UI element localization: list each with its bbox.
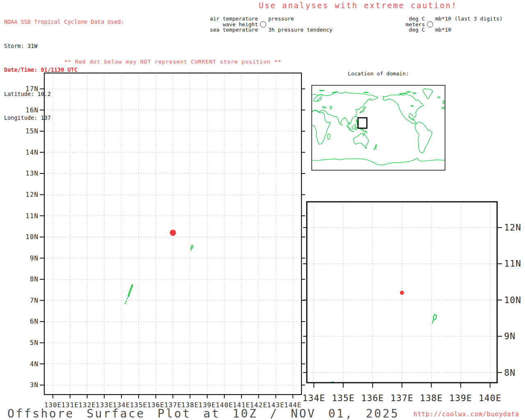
coastline — [317, 98, 322, 102]
palau-tail-coastline — [127, 298, 128, 299]
coastline — [411, 105, 413, 106]
coastline — [360, 107, 365, 113]
zoom-map-y-tick-label: 11N — [504, 258, 521, 269]
coastline — [322, 107, 326, 109]
zoom-map-x-tick-label: 138E — [420, 393, 443, 403]
main-map-y-tick-label: 13N — [25, 169, 39, 177]
coastline — [356, 116, 357, 117]
main-map-y-tick-label: 4N — [30, 360, 39, 368]
zoom-map-axes: 134E135E136E137E138E139E140E8N9N10N11N12… — [302, 222, 521, 403]
yap-coastline — [191, 245, 193, 251]
storm-dot-main-map — [170, 230, 176, 236]
coastline — [415, 122, 432, 153]
main-map-y-tick-label: 15N — [25, 127, 39, 135]
palau-islet-1-coastline — [126, 301, 126, 302]
palau-islet-2-coastline — [125, 303, 126, 304]
coastline — [399, 94, 403, 94]
coastline — [332, 92, 337, 93]
coastline — [347, 125, 351, 131]
coastline — [374, 144, 377, 150]
coastline — [363, 92, 369, 93]
coastline — [351, 130, 354, 131]
coastline — [443, 100, 445, 104]
main-map-y-tick-label: 12N — [25, 191, 39, 199]
zoom-map-x-tick-label: 140E — [479, 393, 502, 403]
palau-tail-coastline — [324, 404, 325, 406]
main-map-y-tick-label: 5N — [30, 339, 39, 347]
coastline — [352, 124, 356, 129]
zoom-map-y-tick-label: 12N — [504, 222, 521, 233]
main-map-y-tick-label: 10N — [25, 233, 39, 241]
coastline — [328, 134, 330, 139]
zoom-map-y-tick-label: 10N — [504, 295, 521, 305]
main-map: 130E131E132E133E134E135E136E137E138E139E… — [25, 73, 305, 409]
coastline — [360, 128, 367, 132]
main-map-axes: 130E131E132E133E134E135E136E137E138E139E… — [25, 85, 305, 409]
page-title: Offshore Surface Plot at 10Z / NOV 01, 2… — [7, 407, 399, 420]
coastline — [330, 106, 332, 110]
main-map-y-tick-label: 16N — [25, 106, 39, 114]
coastline — [356, 127, 358, 130]
palau-babeldaob-coastline — [128, 285, 133, 297]
world-map-frame — [312, 85, 445, 170]
coastline — [423, 89, 433, 99]
coastline — [438, 97, 440, 98]
world-locator-map — [312, 85, 445, 170]
zoom-map-x-tick-label: 139E — [449, 393, 472, 403]
zoom-map: 134E135E136E137E138E139E140E8N9N10N11N12… — [302, 202, 521, 415]
domain-box — [358, 118, 367, 128]
main-map-y-tick-label: 8N — [30, 275, 39, 283]
world-coastlines — [312, 89, 445, 165]
main-map-y-tick-label: 17N — [25, 85, 39, 93]
zoom-map-y-tick-label: 8N — [504, 368, 516, 378]
coastline — [312, 158, 445, 165]
coastline — [365, 147, 367, 149]
zoom-map-x-tick-label: 136E — [361, 393, 384, 403]
storm-dot-zoom-map — [400, 291, 404, 295]
main-map-y-tick-label: 6N — [30, 317, 39, 325]
main-map-y-tick-label: 11N — [25, 212, 39, 220]
coastline — [413, 92, 416, 94]
source-url: http://coolwx.com/buoydata — [413, 411, 519, 418]
zoom-map-x-tick-label: 137E — [390, 393, 413, 403]
main-map-islands — [125, 245, 193, 304]
maps-canvas: 130E131E132E133E134E135E136E137E138E139E… — [0, 0, 525, 420]
coastline — [409, 117, 411, 118]
main-map-y-tick-label: 14N — [25, 148, 39, 156]
main-map-y-tick-label: 7N — [30, 297, 39, 304]
zoom-map-x-tick-label: 135E — [332, 393, 355, 403]
coastline — [412, 119, 414, 119]
zoom-map-x-tick-label: 134E — [302, 393, 325, 403]
zoom-map-y-tick-label: 9N — [504, 331, 516, 341]
main-map-y-tick-label: 3N — [30, 381, 39, 389]
coastline — [441, 107, 445, 109]
coastline — [319, 90, 324, 91]
main-map-y-tick-label: 9N — [30, 254, 39, 262]
yap-coastline — [433, 314, 437, 323]
coastline — [406, 91, 411, 92]
coastline — [341, 124, 342, 125]
coastline — [354, 133, 368, 146]
coastline — [383, 97, 416, 124]
coastline — [402, 93, 407, 94]
